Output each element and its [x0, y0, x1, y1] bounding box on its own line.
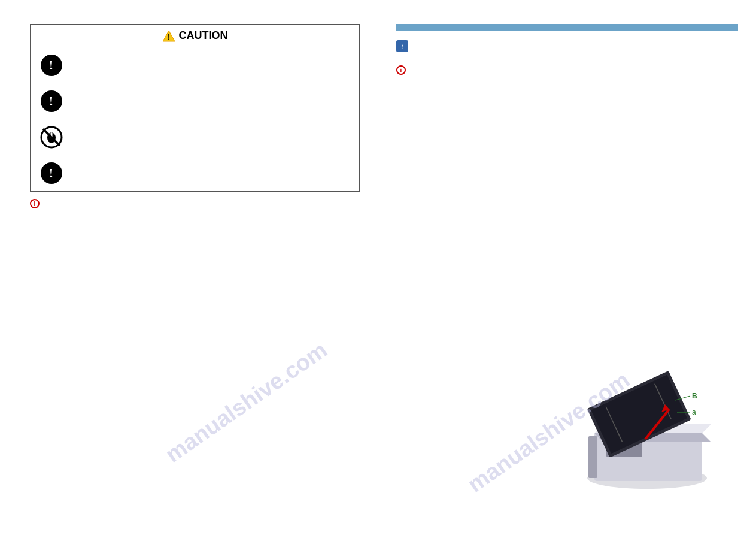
printer-illustration: B a	[558, 343, 738, 499]
svg-text:a: a	[692, 408, 696, 416]
left-panel: ! CAUTION ! !	[0, 0, 378, 535]
caution-row-2: !	[31, 83, 359, 119]
svg-text:B: B	[692, 392, 697, 400]
caution-icon-cell-2: !	[31, 83, 72, 119]
printer-svg: B a	[558, 343, 738, 499]
right-note-blue-row: i	[396, 40, 738, 52]
caution-row-4: !	[31, 155, 359, 191]
caution-text-cell-2	[72, 95, 359, 107]
caution-text-cell-1	[72, 59, 359, 71]
left-note-row: i	[30, 199, 360, 208]
caution-row-1: !	[31, 47, 359, 83]
svg-text:!: !	[168, 33, 170, 41]
caution-text-cell-4	[72, 167, 359, 179]
svg-rect-10	[588, 436, 597, 478]
exclamation-icon-1: !	[41, 55, 62, 76]
caution-row-3	[31, 119, 359, 155]
right-section-header	[396, 24, 738, 31]
caution-text-cell-3	[72, 131, 359, 143]
right-panel: i i	[378, 0, 756, 535]
warning-triangle-icon: !	[162, 30, 175, 42]
note-blue-icon: i	[396, 40, 408, 52]
exclamation-icon-2: !	[41, 90, 62, 112]
caution-title: CAUTION	[179, 29, 228, 42]
no-touch-icon	[40, 126, 63, 149]
caution-box: ! CAUTION ! !	[30, 24, 360, 192]
right-note-red-row: i	[396, 64, 738, 75]
left-note-icon: i	[30, 199, 40, 208]
right-note-red-icon: i	[396, 65, 406, 75]
note-blue-icon-label: i	[401, 42, 403, 51]
caution-icon-cell-3	[31, 119, 72, 155]
caution-icon-cell-1: !	[31, 47, 72, 83]
exclamation-icon-4: !	[41, 162, 62, 184]
caution-icon-cell-4: !	[31, 155, 72, 191]
caution-header: ! CAUTION	[31, 25, 359, 47]
left-watermark: manualshive.com	[160, 337, 332, 467]
